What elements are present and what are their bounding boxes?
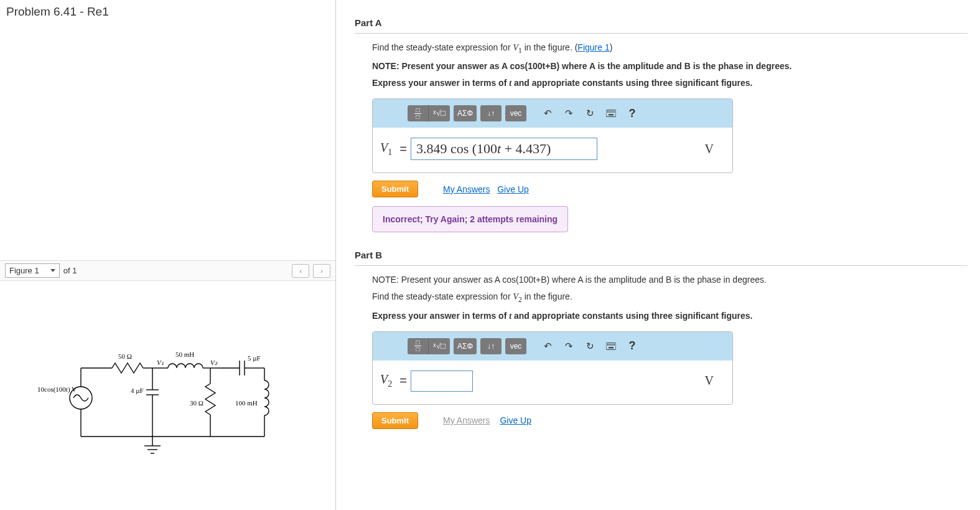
chevron-down-icon [50, 269, 55, 272]
part-a-feedback: Incorrect; Try Again; 2 attempts remaini… [372, 206, 568, 232]
svg-rect-39 [606, 342, 616, 349]
svg-rect-41 [609, 344, 610, 345]
keyboard-button[interactable] [602, 338, 620, 354]
part-a-answer-input[interactable]: 3.849 cos (100t + 4.437) [411, 138, 597, 160]
part-b-body: NOTE: Present your answer as A cos(100t+… [355, 273, 968, 428]
subsup-button[interactable]: ↓↑ [480, 338, 502, 354]
part-a-var-label: V1 [380, 141, 396, 158]
redo-button[interactable]: ↷ [560, 105, 577, 121]
svg-text:50 mH: 50 mH [175, 351, 194, 358]
part-b-my-answers-link: My Answers [443, 415, 490, 425]
svg-text:10cos(100t) V: 10cos(100t) V [37, 385, 77, 394]
svg-text:V₂: V₂ [210, 359, 218, 366]
vec-button[interactable]: vec [505, 105, 526, 121]
svg-rect-42 [612, 344, 613, 345]
svg-text:5 µF: 5 µF [248, 354, 261, 362]
problem-title: Problem 6.41 - Re1 [0, 0, 335, 24]
sqrt-button[interactable]: ᵡ√□ [429, 338, 450, 354]
figure-area: 10cos(100t) V 50 Ω V₁ 50 mH V₂ 5 µF 4 µF… [0, 281, 335, 510]
part-b-note: NOTE: Present your answer as A cos(100t+… [372, 273, 968, 286]
equals-sign: = [396, 374, 411, 388]
part-a-unit: V [705, 142, 725, 156]
left-panel: Problem 6.41 - Re1 Figure 1 of 1 ‹ › [0, 0, 336, 510]
figure-selected-label: Figure 1 [9, 266, 39, 275]
part-a-toolbar: □□ ᵡ√□ ΑΣΦ ↓↑ vec ↶ ↷ ↻ [373, 99, 732, 128]
svg-text:50 Ω: 50 Ω [118, 352, 132, 360]
part-a-note: NOTE: Present your answer as A cos(100t+… [372, 60, 968, 73]
circuit-diagram: 10cos(100t) V 50 Ω V₁ 50 mH V₂ 5 µF 4 µF… [37, 343, 299, 474]
part-b-var-label: V2 [380, 372, 396, 389]
part-b-answer-box: □□ ᵡ√□ ΑΣΦ ↓↑ vec ↶ ↷ ↻ [372, 331, 733, 405]
undo-button[interactable]: ↶ [539, 105, 556, 121]
svg-text:4 µF: 4 µF [131, 387, 144, 394]
part-b-answer-input[interactable] [411, 371, 473, 392]
part-a-prompt: Find the steady-state expression for V1 … [372, 41, 968, 56]
subsup-button[interactable]: ↓↑ [480, 105, 502, 121]
vec-button[interactable]: vec [505, 338, 526, 354]
template-button[interactable]: □□ [408, 105, 429, 121]
part-b-header: Part B [355, 232, 968, 266]
part-a-answer-box: □□ ᵡ√□ ΑΣΦ ↓↑ vec ↶ ↷ ↻ [372, 98, 733, 173]
part-b-unit: V [705, 374, 725, 388]
right-panel: Part A Find the steady-state expression … [336, 0, 980, 510]
svg-rect-37 [614, 111, 615, 113]
figure-1-link[interactable]: Figure 1 [577, 42, 609, 52]
part-b-actions: Submit My Answers Give Up [372, 412, 968, 429]
figure-next-button[interactable]: › [313, 264, 330, 278]
svg-rect-43 [614, 344, 615, 345]
figure-prev-button[interactable]: ‹ [292, 264, 309, 278]
greek-button[interactable]: ΑΣΦ [454, 338, 477, 354]
svg-rect-36 [612, 111, 613, 113]
greek-button[interactable]: ΑΣΦ [454, 105, 477, 121]
part-b-prompt: Find the steady-state expression for V2 … [372, 290, 968, 305]
svg-rect-38 [609, 115, 614, 116]
part-a-body: Find the steady-state expression for V1 … [355, 41, 968, 232]
part-a-express: Express your answer in terms of t and ap… [372, 77, 968, 90]
svg-rect-33 [606, 110, 616, 117]
equals-sign: = [396, 142, 411, 156]
svg-rect-40 [607, 344, 609, 345]
part-b-submit-button[interactable]: Submit [372, 412, 418, 429]
redo-button[interactable]: ↷ [560, 338, 577, 354]
svg-rect-34 [607, 111, 609, 113]
svg-rect-44 [609, 347, 614, 348]
figure-bar: Figure 1 of 1 ‹ › [0, 260, 335, 281]
reset-button[interactable]: ↻ [581, 105, 599, 121]
part-a-header: Part A [355, 0, 968, 34]
part-a-actions: Submit My Answers Give Up [372, 181, 968, 197]
svg-text:V₁: V₁ [157, 359, 164, 366]
help-button[interactable]: ? [623, 338, 641, 354]
part-b-toolbar: □□ ᵡ√□ ΑΣΦ ↓↑ vec ↶ ↷ ↻ [373, 332, 732, 361]
reset-button[interactable]: ↻ [581, 338, 599, 354]
part-a-submit-button[interactable]: Submit [372, 181, 418, 197]
part-b-give-up-link[interactable]: Give Up [500, 415, 531, 425]
part-a-my-answers-link[interactable]: My Answers [443, 184, 490, 194]
template-button[interactable]: □□ [408, 338, 429, 354]
figure-selector[interactable]: Figure 1 [5, 263, 60, 278]
sqrt-button[interactable]: ᵡ√□ [429, 105, 450, 121]
keyboard-button[interactable] [602, 105, 620, 121]
help-button[interactable]: ? [623, 105, 641, 121]
svg-text:30 Ω: 30 Ω [190, 399, 203, 407]
part-a-give-up-link[interactable]: Give Up [497, 184, 529, 194]
figure-count-label: of 1 [63, 266, 77, 275]
part-b-express: Express your answer in terms of t and ap… [372, 309, 968, 323]
svg-rect-35 [609, 111, 610, 113]
svg-text:100 mH: 100 mH [235, 399, 258, 407]
undo-button[interactable]: ↶ [539, 338, 556, 354]
